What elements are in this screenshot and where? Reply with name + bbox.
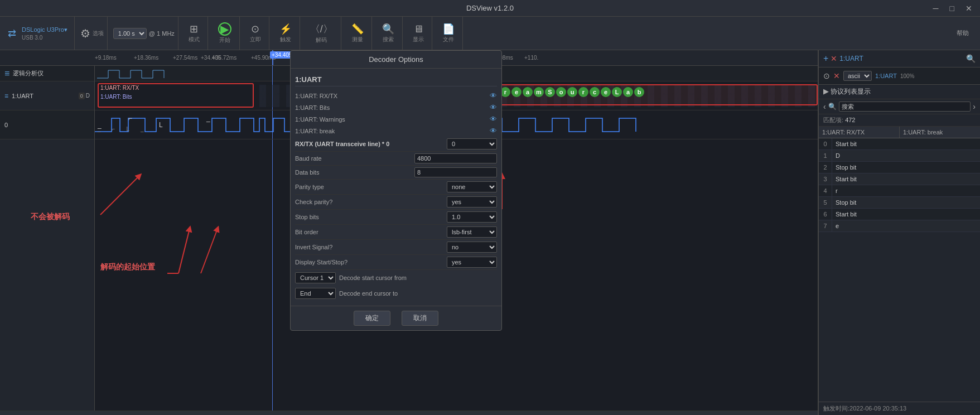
row-idx: 0 [819, 138, 832, 149]
field-bitorder-select[interactable]: lsb-first msb-first [447, 226, 497, 238]
field-check-parity: Check parity? yes no [295, 195, 497, 210]
decode-btn-section: 〈/〉 解码 [302, 17, 341, 50]
file-button[interactable]: 📄 文件 [438, 21, 459, 46]
row-value: Start bit [832, 173, 980, 185]
close-sub-button[interactable]: ✕ [833, 71, 840, 80]
search-protocol-icon[interactable]: 🔍 [966, 54, 976, 63]
uart-rx-tx-label: 1:UART: RX/TX [100, 85, 139, 91]
field-check-parity-select[interactable]: yes no [447, 196, 497, 207]
cursor-to-select[interactable]: End Cursor 2 [295, 288, 336, 299]
ok-button[interactable]: 确定 [354, 311, 390, 326]
table-row[interactable]: 7 e [819, 220, 980, 232]
ruler-mark-1: +18.36ms [134, 55, 158, 61]
channel-label-uart[interactable]: ≡ 1:UART 0 D [0, 81, 94, 110]
row-value: r [832, 185, 980, 196]
field-invert-label: Invert Signal? [295, 244, 447, 250]
ruler-mark-11: +110. [524, 55, 538, 61]
waveform-panel: +9.18ms +18.36ms +27.54ms +34.405 +36.72… [0, 50, 818, 415]
help-button[interactable]: 帮助 [950, 27, 976, 40]
protocol-display-icon[interactable]: ▶ [823, 87, 829, 95]
cursor-to-text: Decode end cursor to [339, 290, 398, 297]
usb-icon: ⇄ [8, 27, 16, 40]
time-select[interactable]: 1.00 s [113, 28, 147, 39]
field-bitorder: Bit order lsb-first msb-first [295, 225, 497, 240]
maximize-button[interactable]: □ [947, 3, 958, 14]
search-forward-icon[interactable]: › [973, 102, 976, 111]
uart-d-label: D [86, 93, 90, 99]
field-rxtx-select[interactable]: 0 [447, 138, 497, 149]
eye-bits-icon[interactable]: 👁 [490, 103, 497, 112]
instant-button[interactable]: ⊙ 立即 [245, 21, 265, 46]
settings-sub-icon[interactable]: ⊙ [823, 71, 830, 80]
search-input[interactable] [839, 102, 971, 112]
decode-button[interactable]: 〈/〉 解码 [306, 20, 337, 46]
eye-break-icon[interactable]: 👁 [490, 127, 497, 135]
minimize-button[interactable]: ─ [930, 3, 942, 14]
table-row[interactable]: 3 Start bit [819, 173, 980, 185]
svg-text:⌐: ⌐ [128, 114, 132, 122]
device-info: DSLogic U3Pro▾ USB 3.0 [18, 26, 71, 41]
cancel-button[interactable]: 取消 [402, 311, 438, 326]
trigger-time: 触发时间:2022-06-09 20:35:13 [823, 404, 906, 413]
settings-icon: ⚙ [80, 27, 90, 40]
format-select[interactable]: ascii hex dec [843, 71, 872, 81]
horizontal-scrollbar[interactable] [0, 411, 818, 415]
decoder-channel-break: 1:UART: break 👁 [295, 125, 497, 137]
ruler-mark-0: +9.18ms [95, 55, 117, 61]
search-button[interactable]: 🔍 搜索 [378, 21, 399, 46]
table-row[interactable]: 0 Start bit [819, 138, 980, 150]
row-idx: 2 [819, 162, 832, 173]
search-btn-section: 🔍 搜索 [374, 17, 403, 50]
ch-bits-name: 1:UART: Bits [295, 104, 487, 111]
svg-text:_: _ [206, 114, 210, 122]
field-invert-select[interactable]: no yes [447, 242, 497, 253]
uart-badge-0: 0 [79, 93, 85, 99]
right-sub-header: ⊙ ✕ ascii hex dec 1:UART 100% [819, 67, 980, 85]
app-title: DSView v1.2.0 [466, 4, 514, 12]
field-stopbits-select[interactable]: 1.0 1.5 2.0 [447, 211, 497, 223]
search-row: ‹ 🔍 › [819, 99, 980, 114]
dsl-char: a [523, 87, 533, 97]
add-protocol-button[interactable]: + [823, 54, 828, 64]
channel-label-ch0[interactable]: 0 [0, 110, 94, 139]
field-baudrate-input[interactable] [414, 153, 497, 163]
display-icon: 🖥 [413, 23, 423, 35]
main-area: +9.18ms +18.36ms +27.54ms +34.405 +36.72… [0, 50, 980, 415]
table-row[interactable]: 5 Stop bit [819, 197, 980, 209]
trigger-icon: ⚡ [279, 23, 292, 35]
trigger-button[interactable]: ⚡ 触发 [275, 21, 296, 46]
cursor-from-text: Decode start cursor from [339, 274, 407, 281]
cursor-to-row: End Cursor 2 Decode end cursor to [295, 286, 497, 301]
table-row[interactable]: 6 Start bit [819, 209, 980, 220]
start-button[interactable]: ▶ 开始 [214, 20, 236, 46]
field-baudrate: Baud rate [295, 152, 497, 166]
field-parity-label: Parity type [295, 184, 447, 190]
close-protocol-button[interactable]: ✕ [831, 54, 837, 63]
start-label: 开始 [219, 36, 230, 44]
display-label: 显示 [413, 36, 424, 44]
measure-button[interactable]: 📏 测量 [347, 21, 368, 46]
close-button[interactable]: ✕ [962, 3, 976, 14]
cursor-from-select[interactable]: Cursor 1 Cursor 2 [295, 272, 336, 283]
match-count: 472 [845, 117, 855, 123]
trigger-btn-section: ⚡ 触发 [272, 17, 300, 50]
field-baudrate-label: Baud rate [295, 155, 414, 162]
search-back-icon[interactable]: ‹ [823, 102, 826, 111]
uart-name: 1:UART [12, 93, 33, 99]
table-row[interactable]: 2 Stop bit [819, 162, 980, 173]
decode-table: 0 Start bit 1 D 2 Stop bit 3 Start bit 4… [819, 138, 980, 402]
decoder-panel-title: Decoder Options [291, 51, 501, 69]
ch-warnings-name: 1:UART: Warnings [295, 116, 487, 123]
decode-start-text: 解码的起始位置 [100, 262, 155, 271]
table-row[interactable]: 4 r [819, 185, 980, 197]
device-name[interactable]: DSLogic U3Pro▾ [22, 26, 67, 33]
field-databits-input[interactable] [414, 167, 497, 177]
mode-button[interactable]: ⊞ 模式 [184, 21, 204, 46]
field-display-ss-select[interactable]: yes no [447, 257, 497, 268]
field-parity-select[interactable]: none even odd [447, 181, 497, 192]
decoder-section-title: 1:UART [295, 73, 497, 86]
eye-warnings-icon[interactable]: 👁 [490, 115, 497, 123]
table-row[interactable]: 1 D [819, 150, 980, 162]
eye-rxtx-icon[interactable]: 👁 [490, 91, 497, 100]
display-button[interactable]: 🖥 显示 [408, 21, 428, 46]
